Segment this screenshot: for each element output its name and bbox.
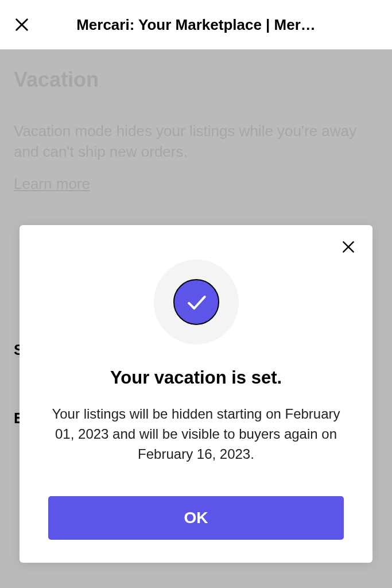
close-icon bbox=[14, 17, 30, 33]
check-badge bbox=[154, 260, 239, 345]
modal-body-text: Your listings will be hidden starting on… bbox=[36, 404, 356, 464]
page-title: Mercari: Your Marketplace | Mer… bbox=[31, 16, 379, 34]
check-circle bbox=[173, 279, 219, 325]
modal-title: Your vacation is set. bbox=[36, 368, 356, 388]
header-close-button[interactable] bbox=[13, 16, 31, 34]
confirmation-modal: Your vacation is set. Your listings will… bbox=[20, 225, 372, 563]
modal-close-button[interactable] bbox=[339, 238, 358, 256]
ok-button[interactable]: OK bbox=[48, 496, 343, 540]
close-icon bbox=[341, 239, 356, 254]
checkmark-icon bbox=[184, 289, 209, 315]
app-header: Mercari: Your Marketplace | Mer… bbox=[0, 0, 392, 49]
